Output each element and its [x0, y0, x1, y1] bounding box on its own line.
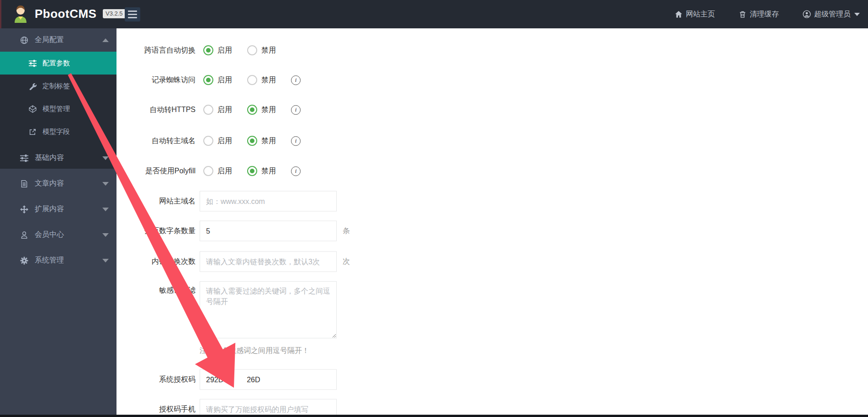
sidebar-item-label: 模型管理 — [42, 105, 70, 113]
sliders-icon — [20, 154, 28, 162]
sidebar-item-label: 配置参数 — [42, 59, 70, 68]
license-code-input[interactable]: 292D4 26D — [200, 369, 337, 390]
radio-enable[interactable] — [203, 166, 213, 176]
sidebar-item-model-manage[interactable]: 模型管理 — [0, 97, 116, 120]
nav-link-admin-account[interactable]: 超级管理员 — [803, 10, 860, 19]
sidebar-item-label: 扩展内容 — [35, 204, 64, 214]
form-row-pagination-count: 分页数字条数量 条 — [116, 221, 868, 241]
license-code-value-start: 292D4 — [206, 375, 228, 384]
sidebar-item-label: 模型字段 — [42, 128, 70, 136]
chevron-down-icon — [102, 156, 109, 160]
site-domain-input[interactable] — [200, 191, 337, 212]
field-label: 内链替换次数 — [116, 257, 196, 267]
info-icon[interactable]: i — [291, 136, 301, 146]
radio-enable[interactable] — [203, 45, 213, 55]
sidebar-item-member-center[interactable]: 会员中心 — [0, 223, 116, 246]
user-icon — [20, 231, 28, 239]
radio-disable[interactable] — [247, 136, 257, 146]
field-label: 自动转主域名 — [116, 136, 196, 146]
radio-enable[interactable] — [203, 75, 213, 85]
radio-disable-label: 禁用 — [261, 166, 276, 176]
sidebar-item-label: 系统管理 — [35, 256, 64, 265]
gear-icon — [20, 257, 28, 265]
innerlink-times-input[interactable] — [200, 251, 337, 272]
sensitive-words-textarea[interactable] — [200, 281, 337, 338]
field-label: 分页数字条数量 — [116, 226, 196, 236]
sidebar-toggle-button[interactable] — [125, 7, 140, 21]
brand-avatar-icon — [12, 5, 29, 23]
wrench-icon — [29, 82, 37, 90]
top-navbar: PbootCMS V3.2.5 网站主页 清理缓存 超级管理 — [0, 0, 868, 28]
sidebar-item-global-config[interactable]: 全局配置 — [0, 28, 116, 52]
radio-disable-label: 禁用 — [261, 105, 276, 115]
field-label: 授权码手机 — [116, 405, 196, 414]
form-row-license-code: 系统授权码 292D4 26D — [116, 369, 868, 390]
radio-disable-label: 禁用 — [261, 136, 276, 146]
info-icon[interactable]: i — [291, 105, 301, 115]
form-row-polyfill: 是否使用Polyfill 启用 禁用 i — [116, 166, 868, 176]
sidebar-item-label: 全局配置 — [35, 35, 64, 45]
config-params-form: 跨语言自动切换 启用 禁用 记录蜘蛛访问 启用 禁用 i 自动转HTTPS 启用… — [116, 28, 868, 417]
radio-enable[interactable] — [203, 136, 213, 146]
window-bottom-edge — [0, 415, 868, 417]
nav-link-clear-cache[interactable]: 清理缓存 — [739, 10, 779, 19]
form-row-sensitive-note: 注：多个敏感词之间用逗号隔开！ — [116, 346, 868, 356]
file-icon — [20, 180, 28, 188]
sidebar-item-system-manage[interactable]: 系统管理 — [0, 249, 116, 272]
chevron-down-icon — [102, 233, 109, 237]
unit-suffix: 次 — [343, 257, 350, 267]
home-icon — [675, 11, 683, 18]
hamburger-icon — [128, 11, 137, 12]
globe-icon — [20, 36, 28, 44]
field-label: 是否使用Polyfill — [116, 166, 196, 176]
radio-disable[interactable] — [247, 75, 257, 85]
sidebar-item-label: 基础内容 — [35, 153, 64, 163]
field-label: 跨语言自动切换 — [116, 46, 196, 55]
sidebar-item-model-fields[interactable]: 模型字段 — [0, 120, 116, 143]
radio-enable-label: 启用 — [217, 105, 232, 115]
chevron-down-icon — [102, 182, 109, 186]
chevron-down-icon — [102, 259, 109, 262]
nav-link-label: 清理缓存 — [750, 10, 779, 19]
field-label: 系统授权码 — [116, 375, 196, 385]
sidebar-item-config-params[interactable]: 配置参数 — [0, 52, 116, 75]
radio-disable[interactable] — [247, 45, 257, 55]
pagination-count-input[interactable] — [200, 221, 337, 241]
radio-enable-label: 启用 — [217, 46, 232, 55]
info-icon[interactable]: i — [291, 166, 301, 176]
chevron-down-icon — [102, 208, 109, 211]
sidebar-menu: 全局配置 配置参数 定制标签 模型管理 模型字段 基础内容 文章内容 — [0, 28, 116, 417]
radio-disable[interactable] — [247, 166, 257, 176]
trash-icon — [739, 11, 746, 18]
radio-disable[interactable] — [247, 105, 257, 115]
pbootcms-admin-page: PbootCMS V3.2.5 网站主页 清理缓存 超级管理 — [0, 0, 868, 417]
sidebar-item-label: 定制标签 — [42, 82, 70, 91]
unit-suffix: 条 — [343, 226, 350, 236]
form-row-innerlink-times: 内链替换次数 次 — [116, 251, 868, 272]
nav-link-site-home[interactable]: 网站主页 — [675, 10, 715, 19]
sidebar-item-basic-content[interactable]: 基础内容 — [0, 146, 116, 170]
window-left-edge — [0, 0, 1, 28]
form-row-auto-main-domain: 自动转主域名 启用 禁用 i — [116, 136, 868, 146]
nav-link-label: 网站主页 — [686, 10, 715, 19]
arrows-icon — [20, 205, 28, 214]
radio-enable[interactable] — [203, 105, 213, 115]
field-label: 网站主域名 — [116, 197, 196, 206]
nav-link-label: 超级管理员 — [814, 10, 851, 19]
sidebar-item-label: 文章内容 — [35, 179, 64, 188]
radio-enable-label: 启用 — [217, 136, 232, 146]
chevron-down-icon — [854, 13, 860, 16]
sidebar-item-article-content[interactable]: 文章内容 — [0, 172, 116, 195]
sidebar-item-custom-tags[interactable]: 定制标签 — [0, 75, 116, 97]
sidebar-item-extend-content[interactable]: 扩展内容 — [0, 198, 116, 221]
radio-enable-label: 启用 — [217, 166, 232, 176]
license-code-value-end: 26D — [247, 375, 260, 384]
form-row-spider-log: 记录蜘蛛访问 启用 禁用 i — [116, 75, 868, 85]
form-row-auto-https: 自动转HTTPS 启用 禁用 i — [116, 105, 868, 115]
sidebar-item-label: 会员中心 — [35, 230, 64, 240]
form-row-sensitive-words: 敏感词过滤 — [116, 281, 868, 338]
cube-icon — [29, 105, 37, 113]
field-label: 敏感词过滤 — [116, 281, 196, 295]
info-icon[interactable]: i — [291, 75, 301, 85]
external-link-icon — [29, 128, 37, 136]
